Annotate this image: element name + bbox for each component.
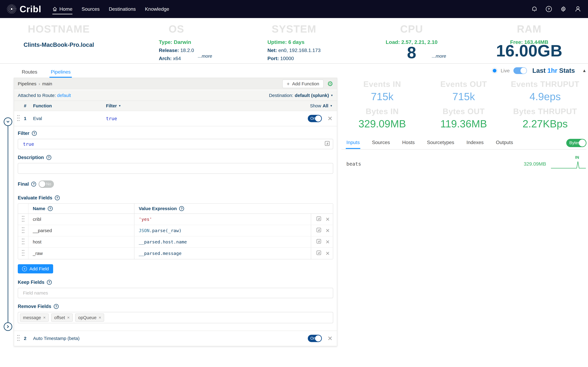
live-radio[interactable]: [492, 67, 498, 74]
column-filter[interactable]: Filter ▼: [106, 103, 310, 108]
collapse-stats-icon[interactable]: ▲: [582, 68, 587, 73]
function-row-eval[interactable]: 1 Eval true On ✕: [14, 111, 337, 126]
remove-function-icon[interactable]: ✕: [327, 115, 333, 122]
nav-item-home[interactable]: Home: [52, 0, 72, 18]
remove-field-icon[interactable]: ✕: [326, 216, 330, 222]
show-all-selector[interactable]: Show All ▼: [310, 103, 337, 108]
nav-items: Home Sources Destinations Knowledge: [52, 0, 169, 18]
load-value: 2.57, 2.21, 2.10: [401, 39, 438, 45]
cpu-more-link[interactable]: ...more: [432, 53, 446, 59]
cribl-logo[interactable]: Cribl: [7, 4, 41, 14]
tab-indexes[interactable]: Indexes: [467, 140, 484, 149]
function-number: 2: [21, 336, 29, 341]
function-on-toggle[interactable]: On: [308, 335, 322, 342]
drag-handle-icon[interactable]: [22, 239, 24, 245]
input-row-beats[interactable]: beats 329.09MB IN: [341, 158, 587, 170]
eval-field-row[interactable]: _raw __parsed.message ✕: [18, 248, 333, 259]
nav-item-knowledge[interactable]: Knowledge: [145, 0, 169, 18]
tab-outputs[interactable]: Outputs: [496, 140, 513, 149]
nav-item-sources[interactable]: Sources: [82, 0, 100, 18]
function-row-auto-timestamp[interactable]: 2 Auto Timestamp (beta) On ✕: [14, 331, 337, 346]
help-circle-icon[interactable]: ?: [32, 131, 37, 136]
pipeline-settings-gear-icon[interactable]: ⚙: [327, 80, 333, 87]
drag-handle-icon[interactable]: [17, 335, 20, 342]
keep-fields-label-text: Keep Fields: [18, 280, 44, 285]
keep-fields-input[interactable]: Field names: [18, 288, 333, 298]
toggle-knob: [579, 140, 586, 147]
expand-editor-icon[interactable]: [316, 250, 321, 257]
drag-handle-icon[interactable]: [22, 227, 24, 234]
os-label: OS: [118, 23, 235, 35]
description-input[interactable]: [18, 163, 333, 174]
value-expression-column-header: Value Expression ?: [134, 204, 311, 213]
name-column-header: Name ?: [28, 204, 134, 213]
breadcrumb-root[interactable]: Pipelines: [18, 81, 36, 86]
filter-label-text: Filter: [18, 131, 29, 136]
live-stats-toggle[interactable]: [513, 67, 527, 74]
chip-remove-icon[interactable]: ×: [99, 315, 101, 320]
metric-value: 329.09MB: [341, 118, 423, 130]
eval-field-row[interactable]: cribl 'yes' ✕: [18, 214, 333, 225]
drag-handle-icon[interactable]: [22, 216, 24, 223]
drag-handle-icon[interactable]: [17, 115, 20, 122]
expand-function-2-button[interactable]: [4, 322, 12, 331]
remove-field-icon[interactable]: ✕: [326, 239, 330, 245]
final-toggle-row: Final ? No: [18, 180, 333, 188]
expand-editor-icon[interactable]: [316, 239, 321, 245]
help-circle-icon[interactable]: ?: [48, 206, 53, 211]
chip-remove-icon[interactable]: ×: [67, 315, 69, 320]
help-circle-icon[interactable]: ?: [31, 182, 36, 187]
help-circle-icon[interactable]: ?: [47, 280, 52, 285]
function-on-toggle[interactable]: On: [308, 115, 322, 122]
input-sparkline: IN: [550, 158, 587, 170]
expand-editor-icon[interactable]: [316, 227, 321, 234]
help-circle-icon[interactable]: ?: [54, 304, 59, 309]
collapse-function-1-button[interactable]: [4, 117, 12, 126]
expand-editor-icon[interactable]: [325, 141, 330, 147]
hostname-column: HOSTNAME Clints-MacBook-Pro.local: [0, 18, 118, 63]
chip-remove-icon[interactable]: ×: [43, 315, 46, 320]
field-name: cribl: [33, 217, 41, 222]
tab-sources[interactable]: Sources: [372, 140, 390, 149]
eval-field-row[interactable]: host __parsed.host.name ✕: [18, 236, 333, 248]
pipeline-panel: Pipelines›main + Add Function ⚙ Attached…: [14, 78, 337, 346]
plus-circle-icon: +: [22, 266, 27, 271]
remove-function-icon[interactable]: ✕: [327, 335, 333, 342]
help-circle-icon[interactable]: ?: [55, 195, 60, 200]
add-field-button[interactable]: + Add Field: [18, 264, 53, 273]
add-function-button[interactable]: + Add Function: [282, 80, 324, 88]
settings-gear-icon[interactable]: [560, 6, 567, 13]
metric-label: Bytes THRUPUT: [504, 107, 586, 116]
nav-item-destinations[interactable]: Destinations: [109, 0, 136, 18]
load-key: Load:: [386, 39, 400, 45]
help-circle-icon[interactable]: ?: [46, 155, 51, 160]
tab-inputs[interactable]: Inputs: [346, 140, 360, 149]
attached-route-link[interactable]: default: [57, 93, 71, 98]
tab-routes[interactable]: Routes: [22, 66, 37, 78]
remove-fields-input[interactable]: message × offset × opQueue ×: [18, 312, 333, 323]
expand-editor-icon[interactable]: [316, 216, 321, 222]
help-circle-icon[interactable]: ?: [179, 206, 184, 211]
drag-handle-icon[interactable]: [22, 250, 24, 257]
metric-value: 2.27KBps: [504, 118, 586, 130]
tab-hosts[interactable]: Hosts: [402, 140, 415, 149]
user-icon[interactable]: [575, 6, 581, 12]
stats-mode-row: Live Last 1hr Stats ▲: [341, 66, 587, 75]
system-info-bar: HOSTNAME Clints-MacBook-Pro.local OS Typ…: [0, 18, 588, 64]
tab-pipelines[interactable]: Pipelines: [51, 66, 71, 78]
help-icon[interactable]: ?: [545, 6, 552, 12]
hostname-value: Clints-MacBook-Pro.local: [0, 42, 118, 48]
remove-field-icon[interactable]: ✕: [326, 227, 330, 234]
eval-field-row[interactable]: __parsed JSON.parse(_raw) ✕: [18, 225, 333, 236]
os-more-link[interactable]: ...more: [198, 53, 212, 59]
remove-field-icon[interactable]: ✕: [326, 250, 330, 257]
tab-sourcetypes[interactable]: Sourcetypes: [427, 140, 454, 149]
eval-function-form: Filter ? true Description ? Final: [14, 126, 337, 331]
notifications-bell-icon[interactable]: [531, 6, 538, 12]
home-icon: [52, 7, 57, 11]
filter-input[interactable]: true: [18, 139, 333, 149]
destination-selector[interactable]: Destination: default (splunk) ▼: [269, 93, 333, 98]
bytes-toggle[interactable]: Bytes: [566, 139, 587, 147]
final-toggle[interactable]: No: [39, 180, 54, 188]
plus-icon: +: [287, 81, 290, 87]
